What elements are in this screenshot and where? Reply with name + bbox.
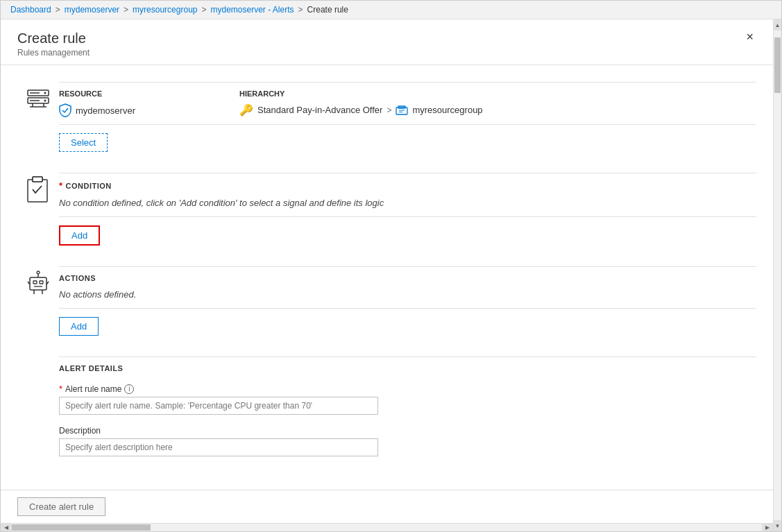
description-group: Description [59,426,756,456]
breadcrumb-resourcegroup[interactable]: myresourcegroup [133,5,197,15]
resource-item: mydemoserver [59,103,239,117]
key-icon: 🔑 [239,103,253,117]
breadcrumb-alerts[interactable]: mydemoserver - Alerts [211,5,294,15]
breadcrumb-current: Create rule [307,5,348,15]
svg-rect-17 [33,281,37,284]
hierarchy-group: myresourcegroup [412,105,482,115]
condition-section: * CONDITION No condition defined, click … [17,173,756,246]
alert-rule-name-group: * Alert rule name i [59,384,756,415]
description-input[interactable] [59,438,378,456]
svg-rect-15 [33,177,42,182]
select-button[interactable]: Select [59,133,108,152]
hierarchy-offer: Standard Pay-in-Advance Offer [257,105,382,115]
svg-point-3 [44,100,46,102]
shield-icon [59,103,71,117]
svg-rect-16 [30,277,46,290]
scroll-down-button[interactable]: ▼ [774,520,781,531]
actions-section: ACTIONS No actions defined. Add [17,266,756,336]
alert-rule-name-input[interactable] [59,397,378,415]
scroll-left-button[interactable]: ◀ [1,524,12,531]
h-scrollbar-thumb [12,524,151,531]
hierarchy-item: 🔑 Standard Pay-in-Advance Offer > [239,103,756,117]
description-label: Description [59,426,756,436]
actions-note: No actions defined. [59,289,756,309]
condition-section-icon [17,173,59,203]
breadcrumb: Dashboard > mydemoserver > myresourcegro… [1,1,781,19]
hierarchy-col-header: HIERARCHY [239,89,756,98]
server-name: mydemoserver [76,105,135,116]
svg-point-2 [44,92,46,94]
alert-rule-name-label: * Alert rule name i [59,384,756,394]
breadcrumb-server[interactable]: mydemoserver [65,5,119,15]
breadcrumb-dashboard[interactable]: Dashboard [10,5,51,15]
svg-point-21 [37,271,40,274]
condition-section-content: * CONDITION No condition defined, click … [59,173,756,246]
actions-add-button[interactable]: Add [59,317,99,336]
alert-rule-info-icon[interactable]: i [124,384,134,394]
panel-title: Create rule [17,31,90,46]
close-button[interactable]: × [743,31,756,43]
horizontal-scrollbar[interactable]: ◀ ▶ [1,523,773,531]
svg-rect-18 [40,281,43,284]
server-icon [24,85,52,112]
resource-section: RESOURCE mydemoserver [17,82,756,152]
panel-body: RESOURCE mydemoserver [1,65,773,490]
alert-details-section: ALERT DETAILS * Alert rule name i [17,357,756,467]
resource-section-content: RESOURCE mydemoserver [59,82,756,152]
vertical-scrollbar[interactable]: ▲ ▼ [773,19,781,531]
actions-section-content: ACTIONS No actions defined. Add [59,266,756,336]
actions-section-icon [17,266,59,297]
condition-add-button[interactable]: Add [59,225,100,246]
create-alert-rule-button[interactable]: Create alert rule [17,497,105,516]
resource-col-header: RESOURCE [59,89,239,98]
alert-details-title: ALERT DETAILS [59,357,756,372]
condition-title: * CONDITION [59,180,756,191]
scrollbar-track [774,31,781,520]
scrollbar-thumb [774,37,781,93]
robot-icon [24,269,52,297]
bottom-bar: Create alert rule [1,490,773,523]
scroll-right-button[interactable]: ▶ [762,524,773,531]
h-scrollbar-track [12,524,762,531]
panel-header: Create rule Rules management × [1,19,773,65]
scroll-up-button[interactable]: ▲ [774,19,781,31]
resource-group-icon [396,104,408,117]
panel-subtitle: Rules management [17,48,90,58]
condition-icon [25,175,51,203]
actions-title: ACTIONS [59,274,756,282]
condition-note: No condition defined, click on 'Add cond… [59,198,756,217]
resource-section-icon [17,82,59,112]
